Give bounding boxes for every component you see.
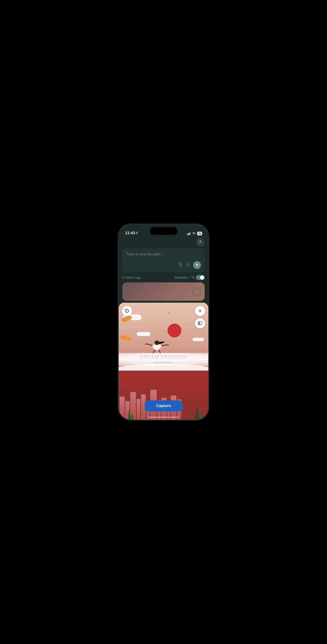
- buildings-area: [119, 370, 208, 420]
- profile-area: [122, 237, 205, 248]
- signal-bars: [187, 232, 191, 235]
- send-button[interactable]: [193, 261, 201, 269]
- phone-frame: 11:43 ☾ 76: [118, 224, 209, 420]
- signal-bar-2: [188, 233, 189, 235]
- status-time: 11:43 ☾: [125, 231, 139, 236]
- tags-select[interactable]: # Select tags: [122, 276, 141, 280]
- hash-icon: #: [122, 276, 124, 280]
- svg-line-4: [194, 278, 194, 279]
- moon-icon: ☾: [136, 231, 139, 235]
- toggle-thumb: [200, 276, 204, 280]
- time-display: 11:43: [125, 231, 135, 236]
- camera-flip-button[interactable]: [122, 306, 132, 316]
- dynamic-island: [150, 227, 177, 235]
- building-3: [130, 392, 136, 420]
- wave-area: [119, 353, 208, 367]
- svg-point-3: [192, 276, 194, 278]
- home-indicator: [148, 417, 179, 418]
- close-icon: ✕: [198, 308, 202, 314]
- attach-icon[interactable]: [178, 262, 182, 268]
- signal-bar-3: [189, 233, 190, 235]
- svg-point-7: [126, 310, 127, 312]
- screen: 11:43 ☾ 76: [119, 224, 208, 420]
- signal-bar-1: [187, 234, 188, 235]
- svg-point-0: [199, 240, 201, 242]
- tags-label: Select tags: [125, 276, 141, 280]
- wifi-icon: [192, 232, 196, 236]
- thought-placeholder[interactable]: Type a new thought...: [126, 252, 201, 258]
- svg-point-6: [155, 340, 159, 345]
- search-icon[interactable]: [191, 276, 194, 280]
- content-card[interactable]: [122, 282, 205, 301]
- building-4: [137, 399, 140, 420]
- cloud-3: [192, 338, 204, 341]
- profile-button[interactable]: [196, 238, 205, 246]
- battery-level: 76: [198, 232, 201, 235]
- close-button[interactable]: ✕: [195, 306, 205, 316]
- thought-input-container[interactable]: Type a new thought...: [122, 248, 205, 272]
- status-icons: 76: [187, 232, 202, 236]
- capture-button[interactable]: Capture: [145, 400, 182, 411]
- camera-overlay: DREAM DECODER JOURNAL: [119, 303, 208, 420]
- battery-indicator: 76: [197, 232, 202, 236]
- tags-row: # Select tags Similarity ▾: [122, 274, 205, 282]
- svg-rect-1: [187, 262, 189, 265]
- mic-icon[interactable]: [186, 262, 190, 268]
- chevron-down-icon[interactable]: ▾: [189, 276, 190, 279]
- svg-point-10: [200, 322, 200, 323]
- signal-bar-4: [190, 232, 191, 235]
- similarity-label: Similarity: [174, 276, 187, 280]
- similarity-area: Similarity ▾: [174, 275, 205, 280]
- input-bottom-row: [126, 261, 201, 269]
- building-1: [120, 397, 125, 420]
- filter-toggle[interactable]: [196, 275, 205, 280]
- gallery-button[interactable]: [195, 318, 205, 328]
- card-circle: [193, 288, 201, 296]
